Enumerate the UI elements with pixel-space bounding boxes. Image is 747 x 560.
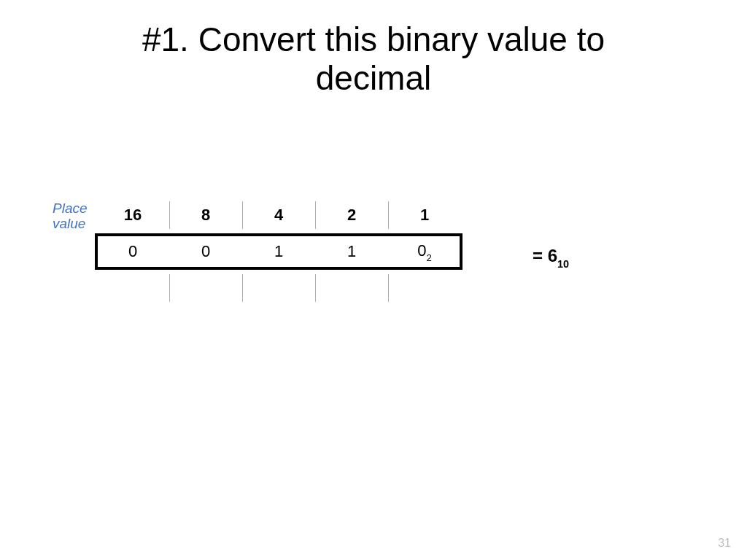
result-value: 6 <box>548 246 557 265</box>
place-value-cell: 16 <box>96 197 169 233</box>
slide-title: #1. Convert this binary value to decimal <box>0 0 747 98</box>
empty-cell <box>388 270 461 306</box>
binary-digit-cell: 0 <box>96 233 169 270</box>
result-prefix: = <box>533 246 548 265</box>
place-value-cell: 2 <box>315 197 388 233</box>
empty-cell <box>315 270 388 306</box>
title-line-2: decimal <box>316 59 432 97</box>
binary-table: 16 8 4 2 1 0 0 1 1 02 <box>96 197 461 306</box>
result: = 610 <box>533 246 569 268</box>
binary-digit-cell: 02 <box>388 233 461 270</box>
place-value-cell: 8 <box>169 197 242 233</box>
place-values-row: 16 8 4 2 1 <box>96 197 461 233</box>
empty-cell <box>96 270 169 306</box>
empty-cell <box>242 270 315 306</box>
binary-base-subscript: 2 <box>426 252 431 263</box>
place-value-cell: 1 <box>388 197 461 233</box>
table-wrapper: 16 8 4 2 1 0 0 1 1 02 <box>96 197 461 306</box>
empty-row <box>96 270 461 306</box>
empty-cell <box>169 270 242 306</box>
binary-digit-cell: 1 <box>315 233 388 270</box>
binary-digit-last: 0 <box>417 241 426 260</box>
title-line-1: #1. Convert this binary value to <box>142 20 605 58</box>
binary-digit-cell: 0 <box>169 233 242 270</box>
binary-digit-cell: 1 <box>242 233 315 270</box>
place-value-cell: 4 <box>242 197 315 233</box>
place-label-line2: value <box>53 216 85 231</box>
page-number: 31 <box>718 537 731 550</box>
result-base-subscript: 10 <box>557 258 569 270</box>
binary-digits-row: 0 0 1 1 02 <box>96 233 461 270</box>
place-label-line1: Place <box>53 201 88 216</box>
content-area: Place value 16 8 4 2 1 0 0 1 1 02 <box>53 197 461 306</box>
place-value-label: Place value <box>53 197 96 232</box>
